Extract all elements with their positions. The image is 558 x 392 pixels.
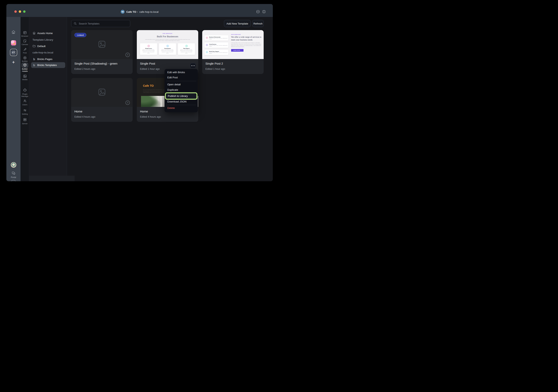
feature-body: Aenean commodo ligula eget dolor. Aenean… — [161, 49, 174, 54]
nav-post[interactable]: Post — [21, 52, 29, 54]
nav-plugin-1[interactable]: Plugin — [21, 93, 29, 95]
nav-plugin-2[interactable]: Manage — [21, 95, 29, 97]
bottom-scroll-strip[interactable] — [29, 176, 75, 181]
template-edited: Edited 2 hours ago — [74, 68, 95, 70]
app-rail: CT + Portal >_ Dev Tools — [6, 17, 21, 181]
active-site-button[interactable]: CT — [6, 49, 21, 56]
panel-item-bricks-templates[interactable]: b Bricks Templates — [29, 63, 67, 67]
pink-app-icon — [11, 40, 16, 45]
thumb-list-item: Cloud Services Lorem ipsum dolor sit ame… — [204, 43, 228, 48]
nav-browser[interactable]: Browser — [21, 35, 29, 37]
card-footer: Single Post (Shadowing) - green Edited 2… — [71, 59, 133, 74]
feature-card: Development Aenean commodo ligula eget d… — [159, 43, 176, 55]
builder-assets-icon[interactable] — [21, 63, 29, 67]
template-edited: Edited 1 hour ago — [205, 68, 225, 70]
section-template-library: Template Library — [33, 38, 53, 41]
builder-icon[interactable] — [21, 56, 29, 60]
dev-tools-button[interactable]: >_ — [6, 180, 21, 181]
card-more-button[interactable] — [190, 63, 196, 68]
nav-users[interactable]: Users — [21, 104, 29, 106]
template-card-home[interactable]: ? Home Edited 4 hours ago — [71, 78, 133, 122]
nav-builder[interactable]: Builder — [21, 60, 29, 62]
portal-button[interactable] — [6, 171, 21, 175]
canvas-icon[interactable] — [21, 39, 29, 43]
nav-builder-assets-2[interactable]: Assets — [21, 70, 29, 72]
panel-item-assets-home[interactable]: Assets Home — [29, 31, 67, 35]
menu-item-edit-post[interactable]: Edit Post — [165, 75, 198, 80]
menu-divider — [166, 81, 196, 81]
template-thumbnail-wide: Business Professionals Lorem ipsum dolor… — [202, 30, 264, 59]
desktop: W Cafe TO - cafe-hop-to.local CT — [0, 0, 279, 196]
template-card-single-post-2[interactable]: Business Professionals Lorem ipsum dolor… — [202, 30, 264, 74]
wordpress-icon: W — [121, 10, 125, 14]
template-edited: Edited 1 hour ago — [140, 68, 160, 70]
refresh-button[interactable]: Refresh — [252, 20, 264, 27]
account-avatar[interactable] — [6, 162, 21, 168]
site-name: Cafe TO - — [126, 10, 138, 13]
cafe-line: We serve freshly brewed coffee, handcraf… — [143, 89, 166, 90]
thumb-feature-row: Global Access Aenean commodo ligula eget… — [137, 43, 198, 55]
list-item-title: Business Professionals — [209, 36, 220, 38]
menu-item-download-json[interactable]: Download JSON — [165, 99, 198, 104]
menu-item-publish-to-library[interactable]: Publish to Library — [166, 93, 196, 99]
add-site-button[interactable]: + — [6, 60, 21, 64]
post-icon[interactable] — [21, 48, 29, 51]
panel-item-default[interactable]: Default — [29, 44, 67, 48]
feature-icon — [185, 45, 188, 47]
site-domain: cafe-hop-to.local — [140, 10, 158, 13]
template-title: Single Post 2 — [205, 62, 223, 65]
pinned-app-button[interactable] — [6, 40, 21, 45]
template-card-single-post-shadowing[interactable]: Linked ? Single Post (Shadowing) - green… — [71, 30, 133, 74]
browser-icon[interactable] — [21, 31, 29, 35]
help-icon[interactable]: ? — [125, 101, 130, 105]
list-item-icon — [206, 51, 208, 53]
nav-media[interactable]: Media — [21, 78, 29, 80]
panel-item-bricks-pages[interactable]: b Bricks Pages — [29, 57, 67, 61]
search-input[interactable] — [78, 22, 125, 25]
menu-item-publish-highlight: Publish to Library — [165, 92, 197, 100]
help-icon[interactable]: ? — [125, 53, 130, 57]
feature-title: Real Support — [178, 48, 195, 49]
home-icon — [11, 30, 16, 34]
nav-builder-assets-1[interactable]: Builder — [21, 68, 29, 70]
template-thumbnail-services: OUR SERVICES Built For Businesses Lorem … — [137, 30, 198, 59]
plugin-icon[interactable] — [21, 88, 29, 92]
chat-bubbles-icon — [11, 171, 16, 175]
thumb-eyebrow: OUR SERVICES — [231, 34, 262, 35]
setting-icon[interactable] — [21, 108, 29, 112]
split-vertical-icon[interactable] — [262, 10, 265, 13]
card-context-menu: Edit with Bricks Edit Post Open detail D… — [165, 69, 198, 112]
panel-item-label: Bricks Templates — [37, 64, 57, 67]
split-horizontal-icon[interactable] — [256, 10, 260, 13]
menu-item-delete[interactable]: Delete — [165, 105, 198, 111]
thumb-eyebrow: OUR SERVICES — [137, 33, 198, 34]
assets-panel: Assets Home Template Library Default caf… — [29, 17, 67, 181]
template-thumbnail-placeholder: Linked ? — [71, 30, 133, 59]
users-icon[interactable] — [21, 99, 29, 103]
nav-canvas[interactable]: Canvas — [21, 43, 29, 45]
nav-setting[interactable]: Setting — [21, 113, 29, 115]
menu-item-open-detail[interactable]: Open detail — [165, 82, 198, 87]
nav-server[interactable]: Server — [21, 122, 29, 125]
list-item-body: Lorem ipsum dolor sit amet, consectetur … — [209, 38, 228, 39]
feature-icon — [147, 45, 150, 47]
portal-label: Portal — [6, 176, 21, 178]
title-bar: W Cafe TO - cafe-hop-to.local — [6, 4, 273, 17]
thumb-lorem: Lorem ipsum dolor sit amet, consectetur … — [231, 42, 262, 48]
bricks-icon: b — [32, 64, 36, 67]
card-footer: Single Post 2 Edited 1 hour ago — [202, 59, 264, 74]
home-button[interactable] — [6, 30, 21, 34]
thumb-list-item: Business Professionals Lorem ipsum dolor… — [204, 35, 228, 41]
feature-icon — [166, 45, 169, 47]
server-icon[interactable] — [21, 118, 29, 122]
add-new-template-button[interactable]: Add New Template — [224, 20, 251, 27]
template-edited: Edited 4 hours ago — [74, 115, 95, 118]
template-thumbnail-placeholder: ? — [71, 78, 133, 107]
thumb-list-item: World Class Support Lorem ipsum dolor si… — [204, 50, 228, 55]
app-window: W Cafe TO - cafe-hop-to.local CT — [6, 4, 273, 181]
menu-item-duplicate[interactable]: Duplicate — [165, 87, 198, 93]
panel-item-label: Assets Home — [37, 32, 53, 35]
menu-item-edit-with-bricks[interactable]: Edit with Bricks — [165, 70, 198, 75]
media-icon[interactable] — [21, 74, 29, 78]
template-card-single-post[interactable]: OUR SERVICES Built For Businesses Lorem … — [137, 30, 198, 74]
